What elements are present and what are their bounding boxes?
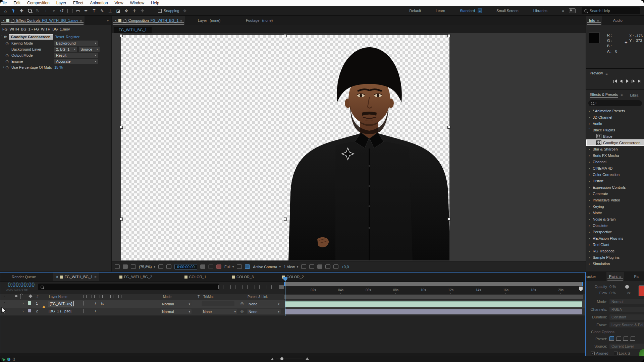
background-layer-dropdown[interactable]: 2. BG_1 ▾ — [54, 47, 77, 52]
timeline-hscrollbar[interactable] — [0, 353, 585, 356]
home-icon[interactable]: ⌂ — [2, 7, 9, 14]
zoom-slider-knob[interactable] — [280, 357, 283, 360]
mode-column-header[interactable]: Mode — [163, 295, 171, 299]
workspace-standard[interactable]: Standard — [460, 9, 475, 13]
effects-item[interactable]: ›Blur & Sharpen — [586, 146, 644, 152]
selection-handle[interactable] — [447, 34, 450, 37]
selection-handle[interactable] — [447, 126, 450, 129]
lock-column-icon[interactable] — [20, 295, 20, 299]
frame-blending-icon[interactable] — [255, 285, 260, 289]
layer-name-column-header[interactable]: Layer Name — [49, 295, 67, 299]
snapping-control[interactable]: Snapping ❖ — [158, 7, 189, 14]
effects-item[interactable]: ›Immersive Video — [586, 197, 644, 203]
effects-search-box[interactable]: ▾ — [588, 100, 642, 106]
subtab-comp-name[interactable]: FG_WITH_BG_1 — [114, 27, 152, 33]
frame-blend-column-icon[interactable] — [105, 295, 108, 298]
panel-menu-icon[interactable]: ≡ — [619, 275, 621, 279]
search-help-box[interactable]: Search Help — [582, 7, 640, 14]
pan-camera-tool-icon[interactable]: + — [42, 7, 49, 14]
workspace-standard-menu-icon[interactable]: ≡ — [478, 8, 482, 13]
tab-libraries-clipped[interactable]: Libra — [630, 93, 638, 97]
effects-item[interactable]: ›RG Trapcode — [586, 248, 644, 254]
motion-blur-icon[interactable] — [267, 285, 272, 289]
layer-duration-bar[interactable] — [285, 301, 582, 307]
magnification-dropdown[interactable]: (75,8%) ▾ — [139, 265, 155, 269]
tab-paint[interactable]: Paint ≡ — [606, 272, 624, 281]
next-frame-button[interactable] — [632, 79, 635, 83]
tab-comp-color-1[interactable]: COLOR_1 — [182, 273, 209, 281]
workspace-libraries[interactable]: Libraries — [533, 9, 547, 13]
current-time-field[interactable]: 0:00:00:00 — [174, 264, 197, 269]
adjustment-column-icon[interactable] — [116, 295, 119, 298]
shy-column-icon[interactable] — [84, 295, 87, 298]
paint-mode-dropdown[interactable]: Normal — [609, 299, 644, 304]
flow-value[interactable]: 0 % — [609, 291, 616, 295]
layer-twirl-icon[interactable]: › — [22, 301, 24, 305]
lock-icon[interactable] — [11, 20, 14, 22]
status-icon-sync[interactable] — [7, 358, 10, 361]
selection-handle[interactable] — [284, 218, 287, 221]
type-tool-icon[interactable]: T — [91, 7, 98, 14]
layer-duration-bar[interactable] — [285, 309, 582, 314]
effects-item[interactable]: ›RE:Vision Plug-ins — [586, 235, 644, 241]
engine-dropdown[interactable]: Accurate ▾ — [54, 59, 98, 64]
graph-editor-icon[interactable] — [279, 285, 284, 289]
threed-column-icon[interactable] — [121, 295, 124, 298]
stopwatch-icon[interactable]: ◷ — [5, 65, 9, 70]
workspace-default[interactable]: Default — [409, 9, 421, 13]
zoom-tool-icon[interactable] — [26, 7, 33, 14]
tab-layer[interactable]: Layer (none) — [195, 16, 223, 25]
snap-options-icon[interactable]: ❖ — [181, 7, 189, 14]
workspace-learn[interactable]: Learn — [436, 9, 445, 13]
timeline-zoom-slider[interactable] — [271, 357, 309, 360]
pan-behind-tool-icon[interactable] — [66, 7, 73, 14]
panel-menu-icon[interactable]: ≡ — [597, 18, 599, 22]
layer-row-1[interactable]: › 1 [FG_WIT...ov] / fx Normal ▾ ◎ None ▾ — [0, 300, 585, 308]
pickwhip-icon[interactable]: ◎ — [240, 301, 244, 306]
camera-dropdown[interactable]: Active Camera ▾ — [253, 265, 281, 269]
workspace-switcher-icon[interactable] — [569, 8, 576, 13]
effects-item-selected[interactable]: Goodbye Greenscreen — [586, 139, 644, 146]
effects-item[interactable]: ›Boris FX Mocha — [586, 152, 644, 159]
tab-tracker[interactable]: Tracker — [586, 272, 601, 281]
reset-button[interactable]: Reset — [55, 35, 64, 39]
pixel-aspect-icon[interactable] — [301, 264, 306, 269]
tab-footage[interactable]: Footage (none) — [243, 16, 275, 25]
parent-dropdown[interactable]: None ▾ — [247, 301, 281, 306]
layer-row-2[interactable]: › 2 [BG_1 (...psd] / Normal ▾ None ▾ ◎ N… — [0, 308, 585, 316]
tab-render-queue[interactable]: Render Queue — [0, 273, 47, 281]
effects-item[interactable]: ›Channel — [586, 159, 644, 165]
effects-item[interactable]: ›Keying — [586, 203, 644, 209]
selection-handle[interactable] — [120, 34, 123, 37]
effects-item[interactable]: ›Distort — [586, 178, 644, 184]
timeline-navigator-bar[interactable] — [284, 282, 583, 286]
close-icon[interactable]: × — [115, 18, 117, 22]
opacity-value[interactable]: 0 % — [609, 285, 616, 289]
effects-item[interactable]: ›Matte — [586, 209, 644, 216]
tab-info[interactable]: Info ≡ — [586, 16, 602, 25]
tab-comp-fg-with-bg-2[interactable]: FG_WITH_BG_2 — [117, 273, 155, 281]
fx-toggle[interactable]: fx — [101, 301, 104, 305]
layer-twirl-icon[interactable]: › — [22, 309, 24, 313]
blend-mode-dropdown[interactable]: Normal ▾ — [161, 309, 192, 314]
draft-3d-icon[interactable] — [230, 285, 235, 289]
effects-item[interactable]: ›Obsolete — [586, 222, 644, 229]
register-button[interactable]: Register — [66, 35, 79, 39]
selection-handle[interactable] — [284, 34, 287, 37]
shy-toggle[interactable] — [84, 309, 84, 313]
status-icon-brackets[interactable]: ⟨⟩ — [12, 357, 15, 361]
percentage-value[interactable]: 15 % — [54, 65, 63, 69]
stopwatch-icon[interactable]: ◷ — [5, 41, 9, 46]
aligned-checkbox[interactable]: ✓ Aligned — [586, 351, 608, 355]
effects-item[interactable]: ˇBlace Plugins — [586, 127, 644, 133]
flowchart-icon[interactable] — [325, 264, 330, 269]
effects-item[interactable]: ›Audio — [586, 120, 644, 127]
roto-brush-tool-icon[interactable]: ❖ — [123, 7, 130, 14]
effects-item[interactable]: ›Sample Plug-ins — [586, 254, 644, 260]
effects-item[interactable]: ›Simulation — [586, 260, 644, 266]
selection-tool-icon[interactable] — [10, 7, 17, 14]
clone-source-dropdown[interactable]: Current Layer — [609, 344, 644, 349]
snapping-checkbox[interactable] — [158, 9, 162, 13]
close-icon[interactable]: × — [3, 18, 5, 22]
first-frame-button[interactable] — [613, 79, 617, 83]
